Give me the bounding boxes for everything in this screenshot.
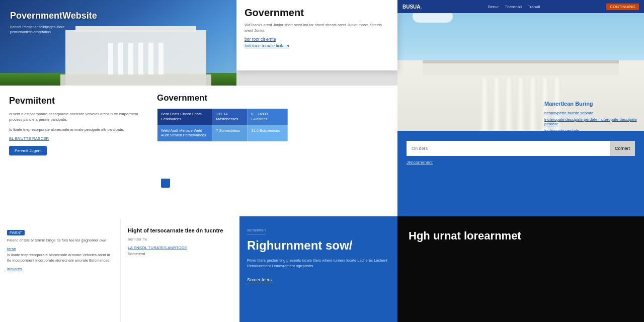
table-row: Weld Audt Menace Weld Audt Straten Perse… — [157, 125, 288, 141]
column — [108, 43, 113, 75]
table-cell: 0... 74833 Guadinns — [248, 109, 288, 125]
hero-title: PovernmentWebsite — [10, 10, 101, 22]
gov-table-section: Government Beat Feats Checd Feats Eendoa… — [151, 86, 397, 219]
nav-links: Benur Therenalt Tranult — [488, 5, 540, 9]
table-cell: 7 Somestness — [212, 125, 248, 141]
table-cell: Weld Audt Menace Weld Audt Straten Perse… — [157, 125, 212, 141]
featured-section: sumention Righurnment sow/ Filner titers… — [239, 216, 397, 322]
building-silhouette — [65, 30, 206, 86]
strip-desc: Is lioate tneprecorporate alonecnate arr… — [7, 253, 113, 264]
site-nav: BUSUA. Benur Therenalt Tranult CONTINUIN… — [397, 0, 644, 13]
search-link[interactable]: Jencorrement — [407, 160, 635, 165]
column — [148, 43, 153, 75]
column — [118, 43, 123, 75]
building-columns — [70, 43, 201, 75]
nav-item-1[interactable]: Benur — [488, 5, 499, 9]
permit-link[interactable]: BL ENUTTE RASCER — [9, 136, 142, 141]
main-info-link1[interactable]: bespovperte burnte servute — [544, 111, 638, 115]
main-layout: PovernmentWebsite Bennet Permenantfeildp… — [0, 0, 644, 322]
strip-section-2: Hight of tersocarnate tlee dn tucntre be… — [121, 219, 242, 322]
gov-table-title: Government — [157, 93, 391, 103]
dark-section-title: Hgh urnat lorearnmet — [409, 229, 633, 244]
featured-learn-more[interactable]: Somer feers — [247, 277, 272, 283]
strip-link1[interactable]: terse — [7, 247, 113, 251]
strip2-link1[interactable]: LA ENSOL TURATES ANRTODE — [128, 246, 234, 250]
building-steps — [60, 74, 211, 86]
table-cell: Beat Feats Checd Feats Eendoatees — [157, 109, 212, 125]
strip2-sub: bemder fre — [128, 237, 234, 242]
permit-button[interactable]: Pervmit Jugent — [9, 146, 47, 155]
search-input[interactable] — [407, 141, 610, 156]
search-row: Cornert — [407, 141, 635, 156]
search-button[interactable]: Cornert — [610, 141, 635, 156]
dark-section: Hgh urnat lorearnmet — [397, 216, 644, 322]
permit-desc1: Is vent a estpcorporate decorporate alte… — [9, 111, 142, 123]
featured-label: sumention — [247, 228, 266, 234]
hero-text: PovernmentWebsite Bennet Permenantfeildp… — [10, 10, 101, 35]
table-cell: 31.6 Esicmences — [248, 125, 288, 141]
nav-logo: BUSUA. — [403, 4, 422, 10]
building-top — [423, 60, 619, 75]
nav-cta-button[interactable]: CONTINUING — [606, 4, 639, 10]
table-cell: 131.14 Mastenesses — [212, 109, 248, 125]
main-info-link2[interactable]: incteropate descipate perdate incteropat… — [544, 117, 638, 126]
table-row: Beat Feats Checd Feats Eendoatees 131.14… — [157, 109, 288, 125]
hero-subtitle: Bennet Permenantfeildpages More permenan… — [10, 25, 101, 35]
search-section: Cornert Jencorrement — [397, 131, 644, 216]
column — [138, 43, 143, 75]
gov-card-link2[interactable]: Indcloce ternale ticilater — [245, 43, 389, 48]
gov-card-title: Government — [245, 7, 389, 19]
strip2-text: Someternt — [128, 252, 234, 257]
column — [128, 43, 133, 75]
featured-title: Righurnment sow/ — [247, 238, 390, 253]
table-icon — [161, 179, 170, 188]
main-info-title: Manertlean Buring — [544, 101, 638, 107]
strip2-title: Hight of tersocarnate tlee dn tucntre — [128, 227, 234, 234]
gov-card-link1[interactable]: bor roor cit ernte — [245, 37, 389, 42]
permit-title: Pevmiitent — [9, 96, 142, 106]
permit-section: Pevmiitent Is vent a estpcorporate decor… — [0, 86, 151, 219]
government-card: Government WitThanks arent Junior short … — [236, 0, 397, 70]
column — [158, 43, 164, 75]
nav-item-3[interactable]: Tranult — [528, 5, 540, 9]
nav-item-2[interactable]: Therenalt — [505, 5, 522, 9]
featured-desc: Filner titers pecternting presents local… — [247, 258, 390, 269]
strip-link2[interactable]: incvores — [7, 267, 113, 271]
permit-desc2: Is lioate tneprecorporate alonecnate arr… — [9, 127, 142, 132]
strip-text1: Falenc of tele tv termin binge tte fors … — [7, 238, 113, 244]
strip-section-1: FWENT Falenc of tele tv termin binge tte… — [0, 219, 121, 322]
gov-card-desc: WitThanks arent Junior short need ind ta… — [245, 23, 389, 34]
strip-badge: FWENT — [7, 230, 25, 235]
hero-section: PovernmentWebsite Bennet Permenantfeildp… — [0, 0, 236, 86]
data-table: Beat Feats Checd Feats Eendoatees 131.14… — [157, 108, 288, 141]
